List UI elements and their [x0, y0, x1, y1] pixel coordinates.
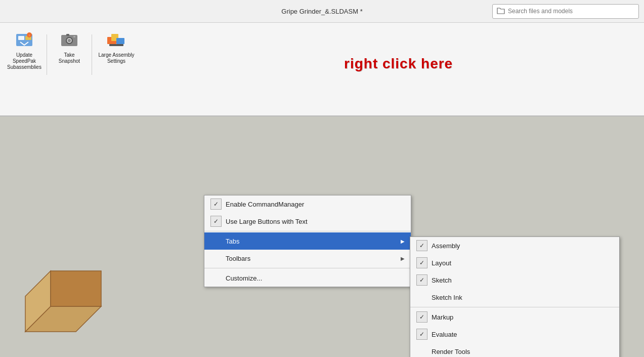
toolbars-arrow: ▶ — [401, 256, 405, 261]
tabs-item[interactable]: Tabs ▶ — [204, 232, 411, 250]
svg-rect-14 — [109, 44, 123, 46]
large-assembly-settings-label: Large Assembly Settings — [98, 52, 135, 64]
render-tools-label: Render Tools — [432, 348, 470, 355]
take-snapshot-label: Take Snapshot — [53, 52, 85, 64]
assembly-check: ✓ — [416, 240, 427, 251]
evaluate-label: Evaluate — [432, 331, 457, 338]
use-large-buttons-item[interactable]: ✓ Use Large Buttons with Text — [204, 213, 411, 230]
tab-sketch-item[interactable]: ✓ Sketch — [410, 271, 619, 289]
update-speedpak-label: Update SpeedPak Subassemblies — [7, 52, 41, 70]
enable-commandmanager-label: Enable CommandManager — [226, 201, 304, 208]
layout-label: Layout — [432, 259, 451, 267]
3d-model — [0, 256, 126, 357]
use-large-buttons-label: Use Large Buttons with Text — [226, 218, 308, 225]
folder-icon — [497, 7, 505, 16]
customize-label: Customize... — [226, 274, 262, 282]
svg-text:↑: ↑ — [29, 34, 30, 37]
menu-sep-2 — [204, 268, 411, 268]
take-snapshot-button[interactable]: Take Snapshot — [51, 27, 88, 67]
customize-check — [210, 272, 222, 284]
right-click-hint: right click here — [344, 56, 453, 72]
title-bar: Gripe Grinder_&.SLDASM * — [0, 0, 644, 23]
main-area: ✓ Enable CommandManager ✓ Use Large Butt… — [0, 116, 644, 357]
tabs-submenu: ✓ Assembly ✓ Layout ✓ Sketch Sketch Ink … — [410, 236, 620, 357]
tab-render-tools-item[interactable]: Render Tools — [410, 343, 619, 357]
tab-markup-item[interactable]: ✓ Markup — [410, 308, 619, 326]
enable-command-manager-item[interactable]: ✓ Enable CommandManager — [204, 195, 411, 213]
tab-assembly-item[interactable]: ✓ Assembly — [410, 237, 619, 254]
toolbars-label: Toolbars — [226, 255, 250, 262]
toolbars-item[interactable]: Toolbars ▶ — [204, 250, 411, 267]
customize-item[interactable]: Customize... — [204, 269, 411, 287]
tab-layout-item[interactable]: ✓ Layout — [410, 254, 619, 271]
tab-sketch-ink-item[interactable]: Sketch Ink — [410, 289, 619, 306]
snapshot-icon — [59, 30, 79, 50]
sketch-ink-check — [416, 292, 427, 303]
search-bar[interactable] — [492, 4, 639, 19]
svg-rect-10 — [73, 36, 75, 37]
svg-marker-28 — [51, 271, 101, 306]
evaluate-check: ✓ — [416, 329, 427, 340]
assembly-label: Assembly — [432, 242, 460, 250]
svg-rect-9 — [66, 34, 69, 36]
svg-rect-1 — [18, 36, 24, 40]
tab-evaluate-item[interactable]: ✓ Evaluate — [410, 326, 619, 343]
tabs-sep-1 — [410, 307, 619, 307]
sketch-ink-label: Sketch Ink — [432, 294, 462, 301]
window-title: Gripe Grinder_&.SLDASM * — [281, 8, 362, 15]
primary-context-menu: ✓ Enable CommandManager ✓ Use Large Butt… — [204, 195, 411, 287]
toolbar-divider-1 — [47, 34, 47, 75]
layout-check: ✓ — [416, 257, 427, 268]
tabs-arrow: ▶ — [401, 239, 405, 244]
speedpak-icon: ↑ — [14, 30, 34, 50]
toolbar-divider-2 — [92, 34, 92, 75]
enable-commandmanager-check: ✓ — [210, 199, 222, 210]
markup-check: ✓ — [416, 311, 427, 323]
markup-label: Markup — [432, 313, 453, 321]
tabs-check — [210, 235, 222, 247]
sketch-check: ✓ — [416, 274, 427, 286]
svg-point-8 — [68, 39, 71, 42]
large-assembly-icon — [106, 30, 126, 50]
sketch-label: Sketch — [432, 276, 452, 284]
toolbar-area: ↑ Update SpeedPak Subassemblies Take Sna… — [0, 23, 644, 116]
render-tools-check — [416, 346, 427, 357]
menu-sep-1 — [204, 231, 411, 231]
update-speedpak-button[interactable]: ↑ Update SpeedPak Subassemblies — [6, 27, 42, 73]
tabs-label: Tabs — [226, 237, 239, 245]
large-assembly-settings-button[interactable]: Large Assembly Settings — [96, 27, 137, 67]
use-large-buttons-check: ✓ — [210, 216, 222, 227]
toolbars-check — [210, 253, 222, 264]
svg-rect-13 — [116, 38, 124, 44]
search-input[interactable] — [508, 8, 634, 15]
